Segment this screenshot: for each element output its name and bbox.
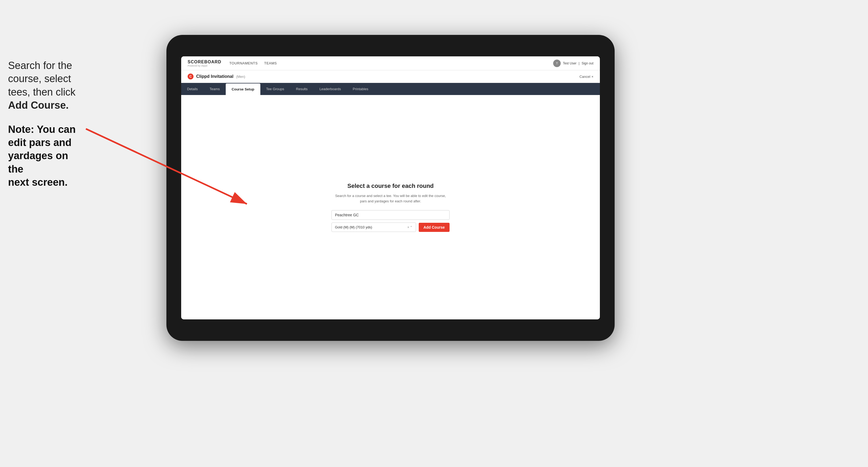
tab-results[interactable]: Results <box>290 83 313 95</box>
tournament-type: (Men) <box>236 74 245 79</box>
tab-details[interactable]: Details <box>181 83 204 95</box>
nav-teams[interactable]: TEAMS <box>264 61 277 65</box>
tournament-title-area: C Clippd Invitational (Men) <box>188 73 245 80</box>
tee-select-controls: × ⌃ <box>407 225 412 229</box>
instruction-text: Search for the course, select tees, then… <box>8 59 86 112</box>
instructions-panel: Search for the course, select tees, then… <box>8 59 86 200</box>
note-text: Note: You canedit pars andyardages on th… <box>8 123 86 189</box>
tee-select-row: Gold (M) (M) (7010 yds) × ⌃ Add Course <box>332 222 450 232</box>
course-select-title: Select a course for each round <box>332 183 450 189</box>
cancel-button[interactable]: Cancel × <box>580 74 593 79</box>
tablet-screen: SCOREBOARD Powered by clippd TOURNAMENTS… <box>181 56 600 319</box>
logo-sub: Powered by clippd <box>188 64 221 67</box>
nav-tournaments[interactable]: TOURNAMENTS <box>229 61 258 65</box>
tab-leaderboards[interactable]: Leaderboards <box>313 83 347 95</box>
tee-select-value: Gold (M) (M) (7010 yds) <box>335 225 372 229</box>
course-select-desc: Search for a course and select a tee. Yo… <box>332 193 450 204</box>
sign-out-link[interactable]: Sign out <box>582 61 593 65</box>
top-navigation: SCOREBOARD Powered by clippd TOURNAMENTS… <box>181 56 600 70</box>
tab-teams[interactable]: Teams <box>204 83 226 95</box>
tournament-header: C Clippd Invitational (Men) Cancel × <box>181 70 600 83</box>
main-content: Select a course for each round Search fo… <box>181 95 600 319</box>
nav-links: TOURNAMENTS TEAMS <box>229 61 553 65</box>
user-avatar: T <box>553 60 561 67</box>
nav-separator: | <box>579 61 580 65</box>
tournament-name: Clippd Invitational <box>196 74 234 79</box>
tab-navigation: Details Teams Course Setup Tee Groups Re… <box>181 83 600 95</box>
course-select-box: Select a course for each round Search fo… <box>332 183 450 232</box>
tab-printables[interactable]: Printables <box>347 83 374 95</box>
logo-text: SCOREBOARD <box>188 60 221 64</box>
logo: SCOREBOARD Powered by clippd <box>188 60 221 67</box>
user-label: Test User <box>563 61 577 65</box>
add-course-button[interactable]: Add Course <box>419 223 450 232</box>
clear-icon[interactable]: × <box>407 225 409 229</box>
chevron-icon: ⌃ <box>410 225 412 229</box>
top-nav-right: T Test User | Sign out <box>553 60 593 67</box>
course-search-input[interactable] <box>332 210 450 220</box>
tee-select-dropdown[interactable]: Gold (M) (M) (7010 yds) × ⌃ <box>332 222 416 232</box>
tab-course-setup[interactable]: Course Setup <box>226 84 260 95</box>
tab-tee-groups[interactable]: Tee Groups <box>260 83 290 95</box>
tournament-logo: C <box>188 73 193 80</box>
tablet-device: SCOREBOARD Powered by clippd TOURNAMENTS… <box>166 35 615 341</box>
